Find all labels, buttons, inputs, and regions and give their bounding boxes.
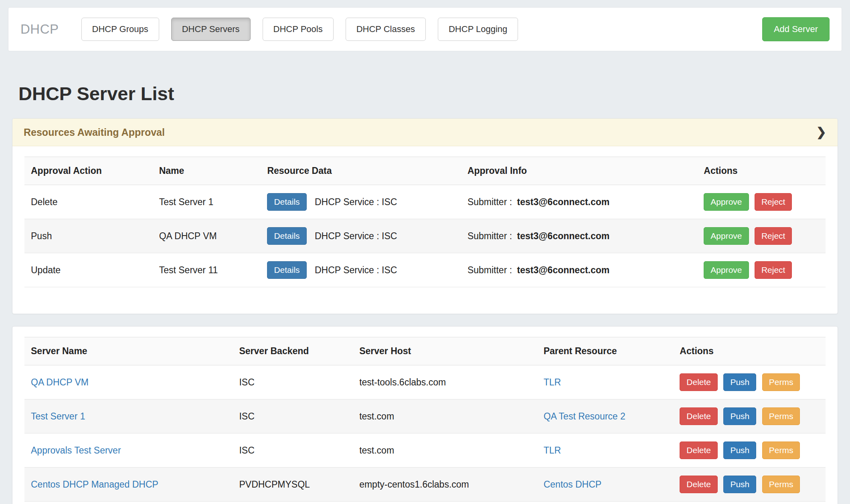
approve-button[interactable]: Approve [704,227,749,245]
parent-resource-link[interactable]: QA Test Resource 2 [544,411,625,421]
table-row: Delete Test Server 1 Details DHCP Servic… [24,185,826,219]
reject-button[interactable]: Reject [755,193,792,211]
col-server-host: Server Host [353,337,537,365]
servers-table-header-row: Server Name Server Backend Server Host P… [24,337,826,365]
cell-server-host: empty-centos1.6clabs.com [353,468,537,502]
perms-button[interactable]: Perms [762,373,800,391]
cell-name: Test Server 11 [153,253,261,287]
tab-dhcp-servers[interactable]: DHCP Servers [171,18,251,41]
cell-resource-data: Details DHCP Service : ISC [261,219,461,253]
cell-server-name: Approvals Test Server [24,433,233,468]
resource-data-text: DHCP Service : ISC [315,197,397,207]
servers-panel-body: Server Name Server Backend Server Host P… [12,327,838,504]
server-name-link[interactable]: Approvals Test Server [31,445,121,456]
app-brand: DHCP [20,22,59,37]
push-button[interactable]: Push [723,407,756,425]
tab-dhcp-pools[interactable]: DHCP Pools [263,18,334,41]
approvals-panel-header[interactable]: Resources Awaiting Approval ❯ [12,119,838,146]
cell-server-backend: ISC [233,365,353,399]
approvals-panel-title: Resources Awaiting Approval [24,127,165,138]
cell-parent-resource: TLR [537,433,674,468]
submitter-label: Submitter : [468,265,512,275]
col-resource-data: Resource Data [261,157,461,185]
tab-dhcp-groups[interactable]: DHCP Groups [81,18,159,41]
cell-approval-action: Update [24,253,153,287]
cell-name: Test Server 1 [153,185,261,219]
reject-button[interactable]: Reject [755,227,792,245]
chevron-right-icon[interactable]: ❯ [816,126,826,138]
cell-actions: Delete Push Perms [673,399,826,433]
servers-table: Server Name Server Backend Server Host P… [24,337,826,502]
cell-actions: Approve Reject [697,253,826,287]
server-name-link[interactable]: Centos DHCP Managed DHCP [31,479,158,490]
col-server-name: Server Name [24,337,233,365]
col-name: Name [153,157,261,185]
cell-server-backend: ISC [233,433,353,468]
cell-approval-info: Submitter : test3@6connect.com [461,219,697,253]
table-row: QA DHCP VM ISC test-tools.6clabs.com TLR… [24,365,826,399]
approvals-table-header-row: Approval Action Name Resource Data Appro… [24,157,826,185]
topbar: DHCP DHCP Groups DHCP Servers DHCP Pools… [8,7,842,51]
approve-button[interactable]: Approve [704,193,749,211]
parent-resource-link[interactable]: TLR [544,445,561,456]
cell-server-name: QA DHCP VM [24,365,233,399]
main-content: DHCP Server List Resources Awaiting Appr… [0,83,850,504]
cell-actions: Delete Push Perms [673,433,826,468]
perms-button[interactable]: Perms [762,442,800,459]
parent-resource-link[interactable]: TLR [544,377,561,387]
cell-parent-resource: QA Test Resource 2 [537,399,674,433]
submitter-email: test3@6connect.com [517,265,610,275]
delete-button[interactable]: Delete [680,407,718,425]
cell-actions: Delete Push Perms [673,365,826,399]
push-button[interactable]: Push [723,442,756,459]
servers-panel: Server Name Server Backend Server Host P… [12,326,838,504]
cell-actions: Approve Reject [697,185,826,219]
submitter-email: test3@6connect.com [517,231,610,241]
cell-server-host: test-tools.6clabs.com [353,365,537,399]
table-row: Approvals Test Server ISC test.com TLR D… [24,433,826,468]
cell-actions: Approve Reject [697,219,826,253]
server-name-link[interactable]: QA DHCP VM [31,377,89,387]
table-row: Push QA DHCP VM Details DHCP Service : I… [24,219,826,253]
push-button[interactable]: Push [723,476,756,493]
resource-data-text: DHCP Service : ISC [315,231,397,241]
details-button[interactable]: Details [267,227,306,245]
cell-resource-data: Details DHCP Service : ISC [261,253,461,287]
col-parent-resource: Parent Resource [537,337,674,365]
page-title: DHCP Server List [18,83,838,105]
reject-button[interactable]: Reject [755,261,792,279]
approvals-panel-body: Approval Action Name Resource Data Appro… [12,146,838,314]
table-row: Centos DHCP Managed DHCP PVDHCPMYSQL emp… [24,468,826,502]
submitter-email: test3@6connect.com [517,197,610,207]
col-server-backend: Server Backend [233,337,353,365]
delete-button[interactable]: Delete [680,442,718,459]
approve-button[interactable]: Approve [704,261,749,279]
cell-actions: Delete Push Perms [673,468,826,502]
tab-dhcp-logging[interactable]: DHCP Logging [438,18,518,41]
details-button[interactable]: Details [267,193,306,211]
perms-button[interactable]: Perms [762,476,800,493]
add-server-button[interactable]: Add Server [762,17,830,41]
cell-name: QA DHCP VM [153,219,261,253]
details-button[interactable]: Details [267,261,306,279]
push-button[interactable]: Push [723,373,756,391]
cell-server-backend: PVDHCPMYSQL [233,468,353,502]
cell-approval-action: Push [24,219,153,253]
cell-approval-info: Submitter : test3@6connect.com [461,185,697,219]
perms-button[interactable]: Perms [762,407,800,425]
approvals-panel: Resources Awaiting Approval ❯ Approval A… [12,118,838,314]
server-name-link[interactable]: Test Server 1 [31,411,85,421]
cell-server-backend: ISC [233,399,353,433]
delete-button[interactable]: Delete [680,476,718,493]
submitter-label: Submitter : [468,231,512,241]
cell-server-host: test.com [353,399,537,433]
cell-server-name: Centos DHCP Managed DHCP [24,468,233,502]
cell-server-host: test.com [353,433,537,468]
tab-dhcp-classes[interactable]: DHCP Classes [346,18,426,41]
delete-button[interactable]: Delete [680,373,718,391]
submitter-label: Submitter : [468,197,512,207]
cell-approval-action: Delete [24,185,153,219]
col-actions: Actions [697,157,826,185]
parent-resource-link[interactable]: Centos DHCP [544,479,601,490]
col-actions: Actions [673,337,826,365]
